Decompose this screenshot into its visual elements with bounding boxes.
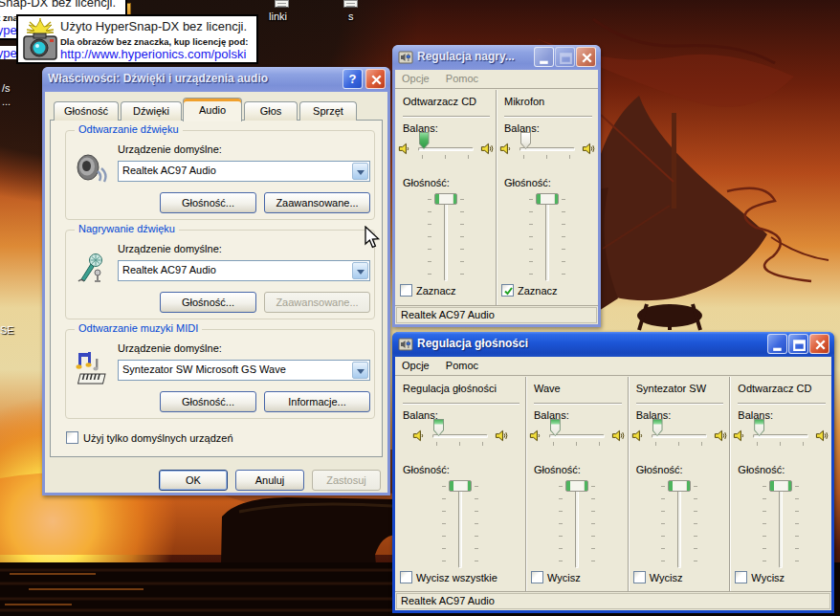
menu-opcje[interactable]: Opcje [395, 357, 436, 371]
minimize-button[interactable] [534, 47, 554, 67]
balance-slider[interactable] [418, 147, 474, 151]
slider-ticks [661, 486, 665, 566]
volume-slider[interactable] [661, 480, 697, 569]
volume-slider-thumb[interactable] [769, 480, 792, 492]
volume-slider[interactable] [442, 480, 478, 569]
midi-icon [75, 351, 109, 385]
volume-slider-thumb[interactable] [449, 480, 472, 492]
volume-slider-thumb[interactable] [668, 480, 691, 492]
select-checkbox[interactable]: Zaznacz [400, 284, 456, 297]
desktop: { "desktop": { "icons": [ { "label": "li… [0, 0, 840, 616]
checkbox-box[interactable] [400, 571, 412, 583]
speaker-quiet-icon [411, 429, 426, 443]
minimize-button[interactable] [767, 334, 787, 354]
mute-all-checkbox[interactable]: Wycisz wszystkie [400, 571, 497, 583]
volume-slider[interactable] [529, 193, 565, 282]
window-titlebar[interactable]: Regulacja nagry... [392, 45, 601, 70]
chevron-down-icon[interactable] [352, 163, 368, 180]
checkbox-box[interactable] [531, 571, 543, 583]
balance-slider[interactable] [549, 434, 605, 438]
speaker-loud-icon [815, 429, 829, 443]
menu-pomoc[interactable]: Pomoc [439, 357, 485, 371]
slider-track[interactable] [575, 481, 579, 568]
checkbox-box[interactable] [400, 284, 412, 297]
midi-about-button[interactable]: Informacje... [264, 391, 370, 412]
slider-track[interactable] [458, 481, 462, 568]
cancel-button[interactable]: Anuluj [235, 470, 304, 491]
volume-slider-thumb[interactable] [434, 193, 457, 205]
desktop-text-fragment: /s [2, 82, 11, 94]
statusbar: Realtek AC97 Audio [395, 591, 831, 610]
window-body: Opcje Pomoc Regulacja głośności Balans: … [395, 357, 831, 610]
divider [636, 403, 724, 404]
volume-slider[interactable] [763, 480, 799, 569]
checkbox-box[interactable] [66, 431, 78, 444]
window-title: Regulacja głośności [417, 332, 528, 356]
slider-track[interactable] [677, 481, 681, 568]
desktop-icon-s[interactable] [343, 0, 358, 8]
select-checkbox-checked[interactable]: Zaznacz [501, 284, 558, 297]
dialog-title: Właściwości: Dźwięki i urządzenia audio [48, 67, 268, 91]
desktop-icon-linki[interactable] [275, 0, 289, 8]
slider-track[interactable] [444, 194, 448, 281]
mute-checkbox[interactable]: Wycisz [633, 571, 683, 583]
close-button[interactable] [576, 47, 596, 67]
checkbox-box[interactable] [633, 571, 646, 583]
balance-control [498, 139, 596, 165]
volume-slider[interactable] [428, 193, 464, 282]
recording-advanced-button: Zaawansowane... [264, 292, 370, 313]
speaker-loud-icon [495, 429, 509, 443]
chevron-down-icon[interactable] [352, 262, 368, 279]
divider [738, 403, 826, 404]
slider-track[interactable] [779, 481, 783, 568]
midi-device-select[interactable]: Syntezator SW Microsoft GS Wave [118, 360, 370, 381]
playback-volume-button[interactable]: Głośność... [160, 192, 256, 213]
tab-glos[interactable]: Głos [244, 101, 298, 121]
menu-opcje[interactable]: Opcje [395, 70, 436, 84]
desktop-text-fragment: SE [0, 324, 14, 336]
watermark-link[interactable]: http://www.hyperionics.com/polski [60, 47, 246, 61]
menubar: Opcje Pomoc [395, 70, 598, 89]
balance-slider[interactable] [652, 434, 707, 438]
playback-advanced-button[interactable]: Zaawansowane... [264, 192, 370, 213]
close-button[interactable] [365, 69, 386, 89]
help-button[interactable]: ? [343, 69, 363, 89]
volume-slider-thumb[interactable] [536, 193, 559, 205]
slider-track[interactable] [545, 194, 549, 281]
checkbox-box[interactable] [501, 284, 514, 297]
slider-ticks [591, 486, 595, 566]
playback-device-select[interactable]: Realtek AC97 Audio [118, 161, 370, 182]
desktop-icon-s-label[interactable]: s [348, 11, 354, 22]
recording-device-select[interactable]: Realtek AC97 Audio [118, 260, 370, 281]
chevron-down-icon[interactable] [352, 362, 368, 379]
mute-checkbox[interactable]: Wycisz [735, 571, 785, 583]
balance-control [630, 426, 728, 452]
checkbox-box[interactable] [735, 571, 747, 583]
balance-slider[interactable] [753, 434, 808, 438]
maximize-button[interactable] [788, 334, 808, 354]
desktop-text-fragment: ... [2, 96, 11, 107]
tab-audio[interactable]: Audio [183, 98, 242, 121]
dialog-titlebar[interactable]: Właściwości: Dźwięki i urządzenia audio … [42, 67, 390, 92]
volume-slider-thumb[interactable] [565, 480, 588, 492]
tab-dzwieki[interactable]: Dźwięki [121, 101, 182, 121]
recording-volume-button[interactable]: Głośność... [160, 292, 256, 313]
microphone-icon [75, 252, 109, 286]
ok-button[interactable]: OK [159, 470, 228, 491]
menu-pomoc[interactable]: Pomoc [439, 70, 485, 84]
close-button[interactable] [809, 334, 829, 354]
tab-glosnosc[interactable]: Głośność [54, 101, 119, 121]
volume-slider[interactable] [559, 480, 595, 569]
balance-slider[interactable] [519, 147, 575, 151]
tab-sprzet[interactable]: Sprzęt [299, 101, 357, 121]
slider-ticks [795, 486, 799, 566]
use-default-devices-checkbox[interactable]: Użyj tylko domyślnych urządzeń [66, 431, 233, 444]
speaker-quiet-icon [397, 142, 411, 156]
divider [403, 116, 490, 117]
window-titlebar[interactable]: Regulacja głośności [392, 332, 834, 357]
midi-volume-button[interactable]: Głośność... [160, 391, 256, 412]
divider [403, 403, 519, 404]
mute-checkbox[interactable]: Wycisz [531, 571, 581, 583]
balance-slider[interactable] [432, 434, 488, 438]
desktop-icon-linki-label[interactable]: linki [269, 11, 287, 22]
